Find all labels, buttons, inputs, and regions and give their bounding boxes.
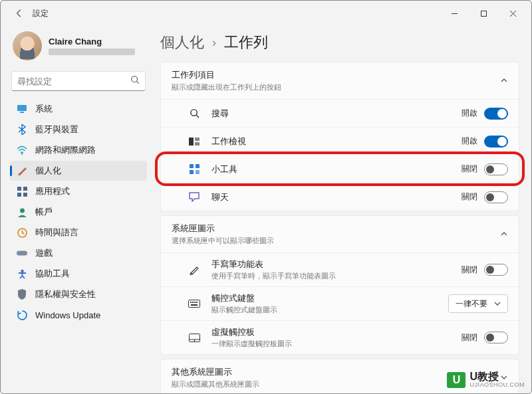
toggle-state: 關閉 xyxy=(462,332,477,344)
chevron-up-icon xyxy=(500,229,508,241)
sidebar-item-shield[interactable]: 隱私權與安全性 xyxy=(10,284,147,304)
search-input[interactable] xyxy=(17,76,130,86)
access-icon xyxy=(17,268,27,279)
apps-icon xyxy=(17,186,27,197)
section-taskbar-items: 工作列項目 顯示或隱藏出現在工作列上的按鈕 搜尋開啟工作檢視開啟小工具關閉聊天關… xyxy=(160,62,519,211)
svg-rect-15 xyxy=(195,138,200,141)
row-label: 小工具 xyxy=(211,163,462,175)
toggle-switch[interactable] xyxy=(484,191,508,203)
select-dropdown[interactable]: 一律不要 xyxy=(448,294,508,313)
game-icon xyxy=(17,248,27,258)
toggle-state: 關閉 xyxy=(462,163,477,175)
sidebar-item-label: 應用程式 xyxy=(35,185,70,197)
monitor-icon xyxy=(17,104,27,114)
toggle-switch[interactable] xyxy=(484,108,508,120)
svg-rect-14 xyxy=(189,138,194,146)
section-header[interactable]: 系統匣圖示 選擇系統匣中可以顯示哪些圖示 xyxy=(161,216,519,252)
toggle-switch[interactable] xyxy=(484,136,508,148)
sidebar-item-monitor[interactable]: 系統 xyxy=(10,99,147,119)
close-button[interactable] xyxy=(498,3,527,23)
sidebar-item-bluetooth[interactable]: 藍牙與裝置 xyxy=(10,120,147,140)
chevron-right-icon: › xyxy=(212,36,216,50)
wifi-icon xyxy=(17,145,27,155)
svg-point-9 xyxy=(20,208,25,213)
sidebar-item-label: 帳戶 xyxy=(35,206,53,218)
taskbar-item-row: 搜尋開啟 xyxy=(161,99,519,127)
sidebar-item-label: 時間與語言 xyxy=(35,227,78,239)
watermark: U U教授 UJIAOSHOU.COM xyxy=(447,371,525,388)
search-icon xyxy=(188,108,201,118)
maximize-button[interactable] xyxy=(469,3,498,23)
sidebar-item-label: 遊戲 xyxy=(35,247,53,259)
pen-icon xyxy=(188,264,201,275)
row-label: 觸控式鍵盤 xyxy=(211,292,448,304)
tray-item-row: 觸控式鍵盤顯示觸控式鍵盤圖示一律不要 xyxy=(161,286,519,320)
toggle-switch[interactable] xyxy=(484,163,508,175)
svg-rect-19 xyxy=(190,170,194,174)
profile-name: Claire Chang xyxy=(49,37,135,47)
back-button[interactable] xyxy=(10,4,29,23)
row-sublabel: 顯示觸控式鍵盤圖示 xyxy=(211,305,448,315)
sidebar-item-label: 協助工具 xyxy=(35,268,70,280)
clock-icon xyxy=(17,227,27,238)
shield-icon xyxy=(17,289,27,300)
kbd-icon xyxy=(188,300,201,308)
svg-point-13 xyxy=(190,110,196,116)
row-label: 工作檢視 xyxy=(211,136,462,148)
svg-rect-3 xyxy=(20,112,24,113)
section-header[interactable]: 工作列項目 顯示或隱藏出現在工作列上的按鈕 xyxy=(161,62,519,99)
toggle-state: 關閉 xyxy=(462,191,477,203)
sidebar-item-apps[interactable]: 應用程式 xyxy=(10,181,147,201)
tray-item-row: 手寫筆功能表使用手寫筆時，顯示手寫筆功能表圖示關閉 xyxy=(161,252,519,286)
toggle-switch[interactable] xyxy=(484,332,508,344)
svg-rect-21 xyxy=(189,300,200,308)
sidebar-item-label: 藍牙與裝置 xyxy=(35,124,78,136)
minimize-button[interactable] xyxy=(440,3,469,23)
svg-rect-23 xyxy=(192,302,194,303)
touchpad-icon xyxy=(188,334,201,342)
taskview-icon xyxy=(188,138,201,146)
user-icon xyxy=(17,207,27,217)
row-label: 聊天 xyxy=(211,191,462,203)
svg-rect-20 xyxy=(196,170,200,174)
sidebar-item-access[interactable]: 協助工具 xyxy=(10,264,147,284)
svg-rect-11 xyxy=(17,250,27,255)
section-tray-icons: 系統匣圖示 選擇系統匣中可以顯示哪些圖示 手寫筆功能表使用手寫筆時，顯示手寫筆功… xyxy=(160,215,519,355)
row-label: 搜尋 xyxy=(211,108,462,120)
taskbar-item-row: 小工具關閉 xyxy=(161,155,519,183)
row-sublabel: 使用手寫筆時，顯示手寫筆功能表圖示 xyxy=(211,271,462,281)
chevron-up-icon xyxy=(500,75,508,87)
bluetooth-icon xyxy=(17,124,27,135)
sidebar-item-label: Windows Update xyxy=(35,310,100,320)
search-icon xyxy=(130,75,140,87)
svg-rect-17 xyxy=(190,164,194,168)
toggle-state: 開啟 xyxy=(462,108,477,119)
sidebar-item-brush[interactable]: 個人化 xyxy=(10,161,147,181)
taskbar-item-row: 工作檢視開啟 xyxy=(161,127,519,155)
svg-point-1 xyxy=(132,76,138,82)
update-icon xyxy=(17,310,27,320)
svg-rect-2 xyxy=(17,105,27,111)
widgets-icon xyxy=(188,164,201,174)
sidebar-item-wifi[interactable]: 網路和網際網路 xyxy=(10,140,147,160)
window-title: 設定 xyxy=(33,8,49,19)
sidebar-item-game[interactable]: 遊戲 xyxy=(10,243,147,263)
avatar xyxy=(13,31,42,60)
svg-rect-7 xyxy=(17,193,21,197)
svg-rect-16 xyxy=(195,142,200,146)
svg-rect-22 xyxy=(190,302,192,303)
search-box[interactable] xyxy=(11,71,146,91)
sidebar-item-update[interactable]: Windows Update xyxy=(10,305,147,325)
svg-point-4 xyxy=(21,153,23,154)
profile[interactable]: Claire Chang xyxy=(10,29,147,66)
sidebar-item-user[interactable]: 帳戶 xyxy=(10,202,147,222)
toggle-switch[interactable] xyxy=(484,264,508,276)
sidebar-item-label: 系統 xyxy=(35,103,53,115)
sidebar-item-clock[interactable]: 時間與語言 xyxy=(10,223,147,243)
tray-item-row: 虛擬觸控板一律顯示虛擬觸控板圖示關閉 xyxy=(161,320,519,354)
svg-rect-6 xyxy=(23,187,27,191)
sidebar-item-label: 網路和網際網路 xyxy=(35,144,96,156)
svg-rect-0 xyxy=(481,11,486,16)
breadcrumb-parent[interactable]: 個人化 xyxy=(160,33,204,52)
taskbar-item-row: 聊天關閉 xyxy=(161,183,519,211)
